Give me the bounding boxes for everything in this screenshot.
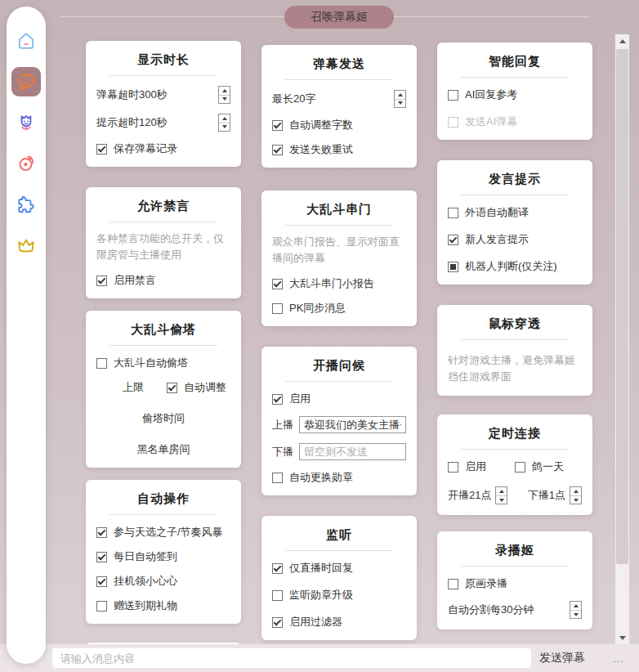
summon-danmaku-button[interactable]: 召唤弹幕姬 [284, 6, 394, 29]
ai-reference-checkbox-row[interactable]: AI回复参考 [448, 87, 582, 102]
sidebar-item-danmaku[interactable] [11, 67, 41, 96]
lottery-checkbox-row[interactable]: 参与天选之子/节奏风暴 [96, 525, 230, 540]
timer-enable-checkbox-row[interactable]: 启用 [448, 459, 515, 474]
auto-medal-checkbox-row[interactable]: 自动更换勋章 [272, 470, 406, 485]
danmaku-timeout-stepper[interactable] [218, 86, 230, 104]
checkbox[interactable] [272, 145, 283, 155]
pk-sync-checkbox-row[interactable]: PK同步消息 [272, 301, 406, 316]
sidebar-item-target[interactable] [11, 149, 41, 178]
checkbox[interactable] [96, 527, 107, 538]
card-title: 弹幕发送 [272, 55, 406, 72]
stream-end-input[interactable] [299, 443, 406, 460]
end-hour-stepper[interactable] [570, 486, 582, 504]
original-quality-checkbox-row[interactable]: 原画录播 [448, 576, 582, 591]
checkbox[interactable] [272, 279, 283, 289]
message-input[interactable] [52, 648, 531, 668]
checkbox[interactable] [448, 262, 458, 272]
reply-live-only-checkbox-row[interactable]: 仅直播时回复 [272, 561, 406, 576]
auto-translate-checkbox-row[interactable]: 外语自动翻译 [448, 205, 582, 220]
filter-checkbox-row[interactable]: 启用过滤器 [272, 615, 406, 629]
more-button[interactable]: ... [613, 644, 624, 672]
title-rule [461, 195, 569, 195]
auto-steal-checkbox-row[interactable]: 大乱斗自动偷塔 [96, 356, 230, 370]
card-speech-tips: 发言提示 外语自动翻译 新人发言提示 机器人判断(仅关注) [437, 160, 592, 284]
checkbox[interactable] [272, 303, 283, 314]
checkbox-label: 启用 [289, 392, 311, 406]
tip-timeout-stepper[interactable] [218, 114, 230, 132]
auto-adjust-checkbox-row[interactable]: 自动调整 [167, 380, 226, 395]
save-record-checkbox-row[interactable]: 保存弹幕记录 [96, 141, 230, 156]
checkbox[interactable] [96, 358, 107, 369]
auto-adjust-count-checkbox-row[interactable]: 自动调整字数 [272, 118, 406, 132]
card-recorder: 录播姬 原画录播 自动分割每30分钟 [437, 531, 592, 629]
sidebar-item-flower[interactable] [11, 108, 41, 137]
checkbox[interactable] [448, 235, 458, 245]
auto-split-stepper[interactable] [570, 601, 582, 619]
checkbox-label: 发送失败重试 [289, 142, 353, 157]
timer-enable-row: 启用 鸽一天 [448, 459, 582, 474]
checkbox[interactable] [272, 120, 283, 131]
sidebar-item-plugin[interactable] [11, 190, 41, 219]
sidebar-item-home[interactable] [11, 26, 41, 56]
expiring-gift-checkbox-row[interactable]: 赠送到期礼物 [96, 598, 230, 613]
checkbox-label: 自动更换勋章 [289, 470, 353, 485]
card-tower-steal: 大乱斗偷塔 大乱斗自动偷塔 上限 自动调整 偷塔时间 黑名单房间 [86, 311, 241, 468]
checkbox[interactable] [272, 590, 283, 601]
blacklist-row: 黑名单房间 [96, 442, 230, 457]
checkbox[interactable] [272, 473, 283, 483]
send-danmaku-button[interactable]: 发送弹幕 [539, 644, 585, 672]
checkbox[interactable] [272, 394, 283, 405]
checkbox[interactable] [96, 576, 107, 587]
checkbox[interactable] [167, 383, 177, 393]
skip-day-checkbox-row[interactable]: 鸽一天 [515, 459, 582, 474]
title-rule [461, 566, 569, 567]
title-rule [285, 225, 393, 226]
greeting-enable-checkbox-row[interactable]: 启用 [272, 392, 406, 406]
checkbox-label: 启用禁言 [114, 273, 156, 288]
checkbox[interactable] [96, 144, 107, 155]
title-rule [285, 550, 393, 551]
daily-signin-checkbox-row[interactable]: 每日自动签到 [96, 549, 230, 564]
checkbox[interactable] [448, 579, 458, 589]
checkbox[interactable] [96, 276, 107, 286]
checkbox[interactable] [96, 552, 107, 562]
card-allow-ban: 允许禁言 各种禁言功能的总开关，仅限房管与主播使用 启用禁言 [86, 187, 241, 298]
checkbox-label: 自动调整 [184, 380, 226, 395]
checkbox[interactable] [272, 563, 283, 574]
checkbox[interactable] [448, 90, 458, 101]
card-description: 针对游戏主播，避免弹幕姬挡住游戏界面 [448, 352, 582, 385]
title-rule [461, 77, 569, 78]
retry-checkbox-row[interactable]: 发送失败重试 [272, 142, 406, 157]
flower-icon [16, 112, 37, 133]
bot-detect-checkbox-row[interactable]: 机器人判断(仅关注) [448, 259, 582, 274]
max-length-stepper[interactable] [394, 90, 406, 108]
enable-ban-checkbox-row[interactable]: 启用禁言 [96, 273, 230, 288]
checkbox[interactable] [96, 601, 107, 612]
sidebar-item-vip[interactable] [11, 231, 41, 260]
scroll-down-arrow[interactable] [615, 631, 629, 644]
scroll-thumb[interactable] [616, 49, 628, 564]
checkbox-label: 每日自动签到 [114, 549, 177, 564]
stream-start-row: 上播 [272, 416, 406, 433]
visit-report-checkbox-row[interactable]: 大乱斗串门小报告 [272, 276, 406, 291]
scrollbar[interactable] [615, 34, 629, 644]
checkbox-label: 仅直播时回复 [289, 561, 353, 576]
stream-start-input[interactable] [299, 416, 406, 433]
crown-icon [16, 235, 37, 256]
card-title: 监听 [272, 526, 406, 543]
newcomer-tip-checkbox-row[interactable]: 新人发言提示 [448, 232, 582, 247]
checkbox-label: 保存弹幕记录 [114, 141, 177, 156]
idle-hearts-checkbox-row[interactable]: 挂机领小心心 [96, 574, 230, 589]
scroll-up-arrow[interactable] [615, 34, 629, 47]
medal-upgrade-checkbox-row[interactable]: 监听勋章升级 [272, 588, 406, 603]
checkbox-label: 大乱斗串门小报告 [289, 276, 374, 291]
card-title: 大乱斗串门 [272, 200, 406, 217]
checkbox[interactable] [515, 462, 525, 473]
checkbox[interactable] [272, 617, 283, 628]
checkbox[interactable] [448, 462, 458, 473]
checkbox-label: 原画录播 [465, 576, 507, 591]
checkbox-label: 新人发言提示 [465, 232, 529, 247]
title-rule [109, 514, 217, 515]
checkbox[interactable] [448, 208, 458, 218]
start-hour-stepper[interactable] [495, 486, 507, 504]
